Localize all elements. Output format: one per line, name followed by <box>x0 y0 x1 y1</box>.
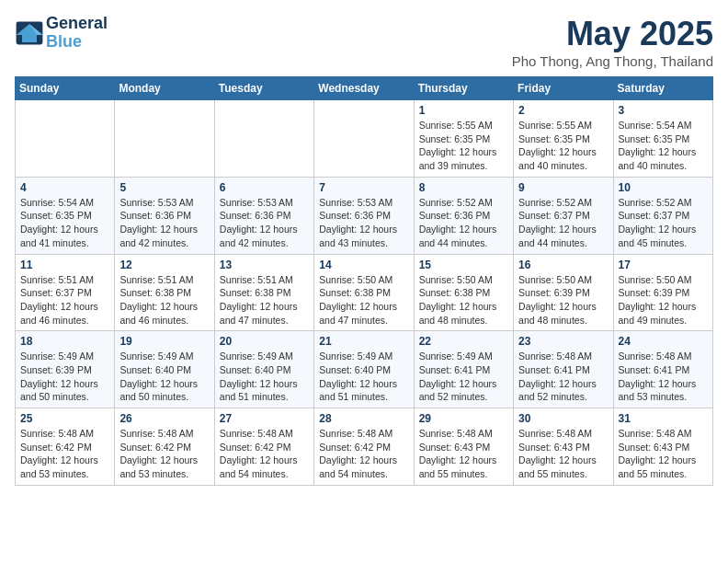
day-number: 24 <box>619 335 708 348</box>
day-number: 19 <box>119 335 209 348</box>
day-number: 8 <box>419 181 508 194</box>
calendar-header-row: SundayMondayTuesdayWednesdayThursdayFrid… <box>16 77 713 100</box>
day-number: 23 <box>518 335 608 348</box>
calendar-week-row: 18Sunrise: 5:49 AM Sunset: 6:39 PM Dayli… <box>16 331 713 408</box>
day-number: 30 <box>518 412 608 425</box>
calendar-cell: 20Sunrise: 5:49 AM Sunset: 6:40 PM Dayli… <box>214 331 313 408</box>
calendar-cell: 8Sunrise: 5:52 AM Sunset: 6:36 PM Daylig… <box>414 177 513 254</box>
calendar-cell: 1Sunrise: 5:55 AM Sunset: 6:35 PM Daylig… <box>414 100 513 178</box>
calendar-week-row: 4Sunrise: 5:54 AM Sunset: 6:35 PM Daylig… <box>16 177 713 254</box>
calendar-cell: 30Sunrise: 5:48 AM Sunset: 6:43 PM Dayli… <box>514 408 613 486</box>
day-number: 13 <box>220 259 309 271</box>
calendar-table: SundayMondayTuesdayWednesdayThursdayFrid… <box>15 76 713 486</box>
calendar-cell: 26Sunrise: 5:48 AM Sunset: 6:42 PM Dayli… <box>115 408 214 486</box>
day-info: Sunrise: 5:52 AM Sunset: 6:36 PM Dayligh… <box>419 196 508 250</box>
column-header-tuesday: Tuesday <box>214 77 313 100</box>
day-info: Sunrise: 5:50 AM Sunset: 6:38 PM Dayligh… <box>419 273 508 327</box>
calendar-cell: 28Sunrise: 5:48 AM Sunset: 6:42 PM Dayli… <box>314 408 414 486</box>
logo-line1: General <box>46 15 108 33</box>
calendar-cell: 17Sunrise: 5:50 AM Sunset: 6:39 PM Dayli… <box>613 254 712 331</box>
day-info: Sunrise: 5:49 AM Sunset: 6:40 PM Dayligh… <box>220 350 309 404</box>
day-number: 5 <box>119 181 209 194</box>
day-number: 3 <box>619 104 708 117</box>
day-number: 1 <box>419 104 508 117</box>
day-info: Sunrise: 5:50 AM Sunset: 6:39 PM Dayligh… <box>518 273 608 327</box>
calendar-cell: 31Sunrise: 5:48 AM Sunset: 6:43 PM Dayli… <box>613 408 712 486</box>
calendar-cell <box>214 100 313 178</box>
day-info: Sunrise: 5:48 AM Sunset: 6:42 PM Dayligh… <box>20 427 109 481</box>
calendar-cell: 29Sunrise: 5:48 AM Sunset: 6:43 PM Dayli… <box>414 408 513 486</box>
calendar-cell: 19Sunrise: 5:49 AM Sunset: 6:40 PM Dayli… <box>115 331 214 408</box>
logo: General Blue <box>15 15 108 52</box>
day-number: 4 <box>20 181 109 194</box>
calendar-cell <box>16 100 115 178</box>
day-number: 2 <box>518 104 608 117</box>
day-info: Sunrise: 5:48 AM Sunset: 6:42 PM Dayligh… <box>319 427 408 481</box>
calendar-cell: 15Sunrise: 5:50 AM Sunset: 6:38 PM Dayli… <box>414 254 513 331</box>
calendar-cell: 7Sunrise: 5:53 AM Sunset: 6:36 PM Daylig… <box>314 177 414 254</box>
calendar-week-row: 1Sunrise: 5:55 AM Sunset: 6:35 PM Daylig… <box>16 100 713 178</box>
day-info: Sunrise: 5:49 AM Sunset: 6:41 PM Dayligh… <box>419 350 508 404</box>
day-info: Sunrise: 5:48 AM Sunset: 6:43 PM Dayligh… <box>419 427 508 481</box>
calendar-cell: 10Sunrise: 5:52 AM Sunset: 6:37 PM Dayli… <box>613 177 712 254</box>
day-info: Sunrise: 5:48 AM Sunset: 6:42 PM Dayligh… <box>119 427 209 481</box>
calendar-cell: 21Sunrise: 5:49 AM Sunset: 6:40 PM Dayli… <box>314 331 414 408</box>
day-number: 29 <box>419 412 508 425</box>
day-info: Sunrise: 5:55 AM Sunset: 6:35 PM Dayligh… <box>518 119 608 173</box>
calendar-cell: 5Sunrise: 5:53 AM Sunset: 6:36 PM Daylig… <box>115 177 214 254</box>
logo-line2: Blue <box>46 33 108 52</box>
day-info: Sunrise: 5:52 AM Sunset: 6:37 PM Dayligh… <box>619 196 708 250</box>
day-info: Sunrise: 5:48 AM Sunset: 6:43 PM Dayligh… <box>619 427 708 481</box>
day-info: Sunrise: 5:48 AM Sunset: 6:43 PM Dayligh… <box>518 427 608 481</box>
day-info: Sunrise: 5:51 AM Sunset: 6:37 PM Dayligh… <box>20 273 109 327</box>
calendar-cell: 14Sunrise: 5:50 AM Sunset: 6:38 PM Dayli… <box>314 254 414 331</box>
calendar-cell: 27Sunrise: 5:48 AM Sunset: 6:42 PM Dayli… <box>214 408 313 486</box>
day-number: 31 <box>619 412 708 425</box>
calendar-cell: 24Sunrise: 5:48 AM Sunset: 6:41 PM Dayli… <box>613 331 712 408</box>
day-number: 22 <box>419 335 508 348</box>
calendar-cell: 6Sunrise: 5:53 AM Sunset: 6:36 PM Daylig… <box>214 177 313 254</box>
day-number: 9 <box>518 181 608 194</box>
day-number: 17 <box>619 259 708 271</box>
calendar-cell: 11Sunrise: 5:51 AM Sunset: 6:37 PM Dayli… <box>16 254 115 331</box>
day-number: 27 <box>220 412 309 425</box>
day-number: 18 <box>20 335 109 348</box>
calendar-cell: 9Sunrise: 5:52 AM Sunset: 6:37 PM Daylig… <box>514 177 613 254</box>
calendar-cell: 4Sunrise: 5:54 AM Sunset: 6:35 PM Daylig… <box>16 177 115 254</box>
calendar-cell: 13Sunrise: 5:51 AM Sunset: 6:38 PM Dayli… <box>214 254 313 331</box>
calendar-cell: 16Sunrise: 5:50 AM Sunset: 6:39 PM Dayli… <box>514 254 613 331</box>
month-title: May 2025 <box>512 15 713 53</box>
column-header-wednesday: Wednesday <box>314 77 414 100</box>
calendar-cell: 3Sunrise: 5:54 AM Sunset: 6:35 PM Daylig… <box>613 100 712 178</box>
column-header-thursday: Thursday <box>414 77 513 100</box>
day-info: Sunrise: 5:49 AM Sunset: 6:40 PM Dayligh… <box>319 350 408 404</box>
day-number: 28 <box>319 412 408 425</box>
day-number: 7 <box>319 181 408 194</box>
day-info: Sunrise: 5:49 AM Sunset: 6:39 PM Dayligh… <box>20 350 109 404</box>
column-header-monday: Monday <box>115 77 214 100</box>
day-info: Sunrise: 5:49 AM Sunset: 6:40 PM Dayligh… <box>119 350 209 404</box>
day-number: 21 <box>319 335 408 348</box>
day-info: Sunrise: 5:48 AM Sunset: 6:41 PM Dayligh… <box>518 350 608 404</box>
page-header: General Blue May 2025 Pho Thong, Ang Tho… <box>15 15 713 69</box>
calendar-cell <box>115 100 214 178</box>
day-info: Sunrise: 5:53 AM Sunset: 6:36 PM Dayligh… <box>119 196 209 250</box>
calendar-cell: 23Sunrise: 5:48 AM Sunset: 6:41 PM Dayli… <box>514 331 613 408</box>
calendar-cell: 2Sunrise: 5:55 AM Sunset: 6:35 PM Daylig… <box>514 100 613 178</box>
column-header-saturday: Saturday <box>613 77 712 100</box>
calendar-week-row: 25Sunrise: 5:48 AM Sunset: 6:42 PM Dayli… <box>16 408 713 486</box>
column-header-friday: Friday <box>514 77 613 100</box>
calendar-cell: 18Sunrise: 5:49 AM Sunset: 6:39 PM Dayli… <box>16 331 115 408</box>
day-info: Sunrise: 5:51 AM Sunset: 6:38 PM Dayligh… <box>119 273 209 327</box>
calendar-cell: 12Sunrise: 5:51 AM Sunset: 6:38 PM Dayli… <box>115 254 214 331</box>
day-info: Sunrise: 5:48 AM Sunset: 6:42 PM Dayligh… <box>220 427 309 481</box>
calendar-cell: 22Sunrise: 5:49 AM Sunset: 6:41 PM Dayli… <box>414 331 513 408</box>
day-info: Sunrise: 5:50 AM Sunset: 6:38 PM Dayligh… <box>319 273 408 327</box>
day-number: 15 <box>419 259 508 271</box>
day-info: Sunrise: 5:48 AM Sunset: 6:41 PM Dayligh… <box>619 350 708 404</box>
day-info: Sunrise: 5:52 AM Sunset: 6:37 PM Dayligh… <box>518 196 608 250</box>
logo-icon <box>15 20 44 46</box>
location-title: Pho Thong, Ang Thong, Thailand <box>512 53 713 69</box>
day-number: 12 <box>119 259 209 271</box>
day-info: Sunrise: 5:53 AM Sunset: 6:36 PM Dayligh… <box>319 196 408 250</box>
